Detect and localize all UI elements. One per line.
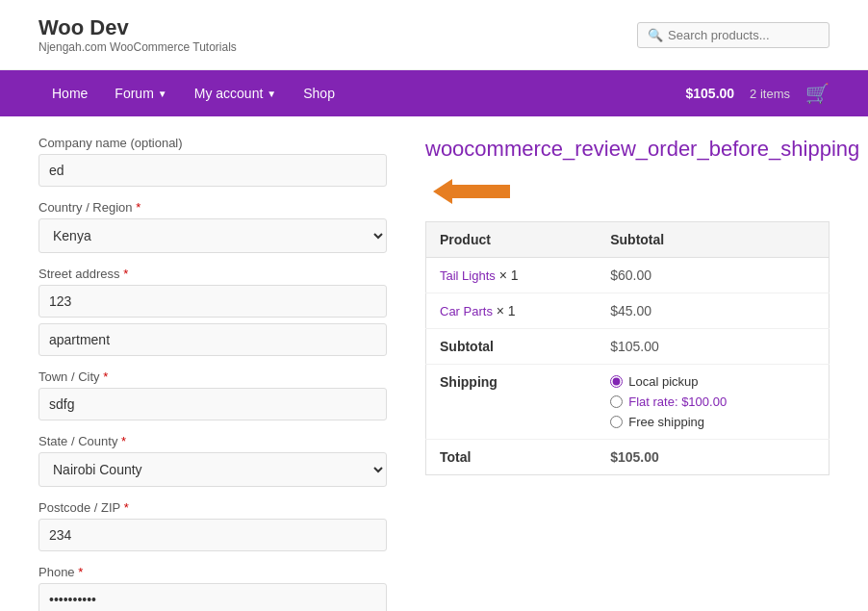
postcode-required: * — [124, 500, 129, 515]
company-label: Company name (optional) — [38, 136, 387, 150]
shipping-free-radio[interactable] — [610, 416, 623, 428]
product-name-0: Tail Lights × 1 — [426, 257, 598, 293]
main-content: Company name (optional) Country / Region… — [0, 116, 868, 611]
street-label: Street address * — [38, 267, 387, 281]
country-required: * — [136, 200, 140, 215]
subtotal-label: Subtotal — [426, 328, 598, 364]
shipping-label: Shipping — [426, 364, 598, 439]
hook-title: woocommerce_review_order_before_shipping — [425, 136, 859, 164]
country-group: Country / Region * Kenya United States U… — [38, 200, 387, 253]
country-label: Country / Region * — [38, 200, 387, 215]
order-row-1: Car Parts × 1 $45.00 — [426, 293, 830, 328]
state-label: State / County * — [38, 434, 387, 448]
state-group: State / County * Nairobi County Mombasa … — [38, 434, 387, 487]
city-input[interactable] — [38, 388, 387, 420]
site-nav: Home Forum ▼ My account ▼ Shop $105.00 2… — [0, 70, 868, 116]
company-input[interactable] — [38, 154, 387, 187]
city-required: * — [103, 369, 108, 384]
shipping-local[interactable]: Local pickup — [610, 374, 815, 389]
phone-required: * — [78, 565, 83, 579]
product-subtotal-0: $60.00 — [597, 257, 829, 293]
street-required: * — [123, 267, 128, 281]
street-group: Street address * — [38, 267, 387, 356]
svg-marker-0 — [433, 179, 510, 204]
city-group: Town / City * — [38, 369, 387, 420]
forum-dropdown-icon: ▼ — [158, 89, 167, 99]
form-section: Company name (optional) Country / Region… — [38, 136, 387, 611]
site-tagline: Njengah.com WooCommerce Tutorials — [38, 40, 237, 54]
col-product: Product — [426, 221, 598, 257]
cart-total: $105.00 — [685, 86, 734, 101]
postcode-label: Postcode / ZIP * — [38, 500, 387, 515]
myaccount-dropdown-icon: ▼ — [267, 89, 276, 99]
nav-item-home[interactable]: Home — [38, 70, 101, 116]
total-row: Total $105.00 — [426, 439, 830, 474]
shipping-options: Local pickup Flat rate: $100.00 Free shi… — [597, 364, 829, 439]
nav-item-shop[interactable]: Shop — [290, 70, 348, 116]
shipping-free[interactable]: Free shipping — [610, 415, 815, 429]
order-row-0: Tail Lights × 1 $60.00 — [426, 257, 830, 293]
search-box[interactable]: 🔍 — [637, 22, 830, 48]
site-branding: Woo Dev Njengah.com WooCommerce Tutorial… — [38, 15, 237, 54]
postcode-input[interactable] — [38, 519, 387, 551]
subtotal-value: $105.00 — [597, 328, 829, 364]
subtotal-row: Subtotal $105.00 — [426, 328, 830, 364]
site-header: Woo Dev Njengah.com WooCommerce Tutorial… — [0, 0, 868, 70]
shipping-local-radio[interactable] — [610, 375, 623, 388]
phone-group: Phone * — [38, 565, 387, 611]
phone-input[interactable] — [38, 583, 387, 611]
nav-item-myaccount[interactable]: My account ▼ — [181, 70, 291, 116]
total-value: $105.00 — [597, 439, 829, 474]
nav-item-forum[interactable]: Forum ▼ — [101, 70, 180, 116]
order-section: woocommerce_review_order_before_shipping… — [425, 136, 830, 611]
state-required: * — [121, 434, 126, 448]
product-name-1: Car Parts × 1 — [426, 293, 598, 328]
company-group: Company name (optional) — [38, 136, 387, 187]
search-input[interactable] — [668, 28, 819, 42]
nav-right: $105.00 2 items 🛒 — [685, 82, 830, 105]
country-select[interactable]: Kenya United States United Kingdom — [38, 218, 387, 253]
state-select[interactable]: Nairobi County Mombasa County — [38, 452, 387, 487]
arrow-icon — [433, 177, 510, 206]
phone-label: Phone * — [38, 565, 387, 579]
site-title: Woo Dev — [38, 15, 237, 40]
city-label: Town / City * — [38, 369, 387, 384]
nav-left: Home Forum ▼ My account ▼ Shop — [38, 70, 348, 116]
postcode-group: Postcode / ZIP * — [38, 500, 387, 551]
col-subtotal: Subtotal — [597, 221, 829, 257]
shipping-flat-radio[interactable] — [610, 395, 623, 408]
street2-input[interactable] — [38, 323, 387, 356]
order-table: Product Subtotal Tail Lights × 1 $60.00 … — [425, 221, 830, 475]
shipping-row: Shipping Local pickup Flat rate: $100.00 — [426, 364, 830, 439]
street-input[interactable] — [38, 285, 387, 318]
cart-icon[interactable]: 🛒 — [805, 82, 830, 105]
total-label: Total — [426, 439, 598, 474]
product-subtotal-1: $45.00 — [597, 293, 829, 328]
search-icon: 🔍 — [648, 28, 663, 42]
shipping-flat[interactable]: Flat rate: $100.00 — [610, 395, 815, 409]
cart-count: 2 items — [750, 87, 790, 101]
